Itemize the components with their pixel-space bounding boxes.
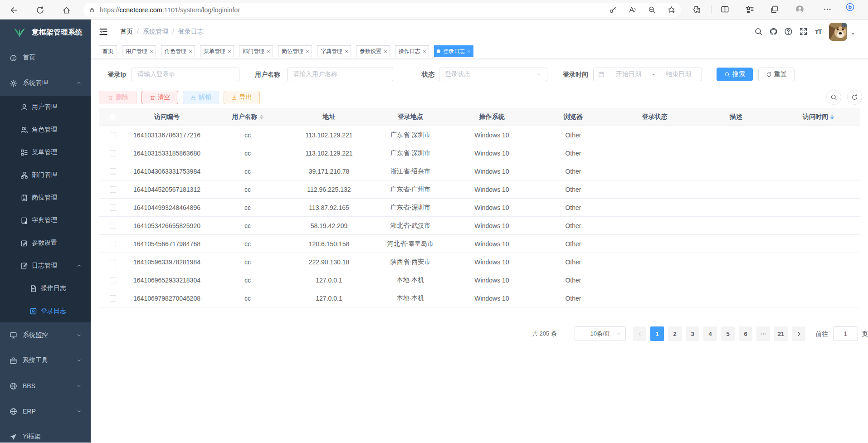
row-checkbox[interactable] [110, 241, 116, 247]
table-row[interactable]: 1641031367863177216 cc 113.102.129.221 广… [99, 126, 860, 144]
table-row[interactable]: 1641054566717984768 cc 120.6.150.158 河北省… [99, 235, 860, 253]
page-button[interactable]: 4 [703, 326, 717, 341]
sidebar-menu-item[interactable]: 首页 [0, 45, 91, 70]
tab-close-icon[interactable] [150, 49, 153, 54]
status-select[interactable]: 登录状态 [439, 68, 547, 81]
row-checkbox[interactable] [110, 223, 116, 229]
tab[interactable]: 角色管理 [161, 45, 195, 57]
copilot-bing-icon[interactable]: b [846, 3, 854, 11]
breadcrumb-item[interactable]: 登录日志 [178, 28, 204, 35]
sidebar-menu-item[interactable]: 岗位管理 [0, 186, 91, 209]
sidebar-menu-item[interactable]: 部门管理 [0, 164, 91, 186]
page-button[interactable]: 2 [668, 326, 682, 341]
breadcrumb-item[interactable]: 系统管理 [143, 28, 178, 35]
table-row[interactable]: 1641044993248464896 cc 113.87.92.165 广东省… [99, 199, 860, 217]
sidebar-menu-item[interactable]: 系统监控 [0, 322, 91, 348]
page-button[interactable]: 6 [739, 326, 752, 341]
github-icon[interactable] [769, 27, 778, 36]
tab[interactable]: 字典管理 [317, 45, 351, 57]
help-icon[interactable] [784, 27, 793, 36]
breadcrumb-item[interactable]: 首页 [120, 28, 143, 35]
extensions-icon[interactable] [692, 5, 701, 14]
sidebar-menu-item[interactable]: 角色管理 [0, 118, 91, 141]
sidebar-menu-item[interactable]: Yi框架 [0, 424, 91, 443]
table-header-cell[interactable]: 描述 [695, 108, 777, 126]
table-row[interactable]: 1641031533185863680 cc 113.102.129.221 广… [99, 144, 860, 162]
page-size-select[interactable]: 10条/页 [575, 326, 626, 341]
browser-reload-icon[interactable] [34, 5, 45, 15]
row-checkbox[interactable] [110, 295, 116, 302]
tab-close-icon[interactable] [423, 49, 426, 54]
user-name-input[interactable]: 请输入用户名称 [287, 68, 393, 81]
password-key-icon[interactable] [609, 6, 617, 14]
table-header-cell[interactable]: 用户名称 [207, 108, 288, 126]
row-checkbox[interactable] [110, 168, 116, 175]
sidebar-menu-item[interactable]: 字典管理 [0, 209, 91, 232]
goto-page-input[interactable]: 1 [833, 326, 858, 341]
table-header-cell[interactable]: 操作系统 [451, 108, 532, 126]
login-ip-input[interactable]: 请输入登录Ip [132, 68, 239, 81]
table-row[interactable]: 1641069652933218304 cc 127.0.0.1 本地-本机 W… [99, 271, 860, 289]
delete-button[interactable]: 删除 [99, 91, 137, 104]
tab[interactable]: 登录日志 [434, 45, 473, 57]
tab[interactable]: 部门管理 [239, 45, 273, 57]
row-checkbox[interactable] [110, 132, 116, 138]
read-aloud-icon[interactable] [629, 6, 636, 14]
table-header-cell[interactable]: 访问时间 [777, 108, 860, 126]
date-range-input[interactable]: 开始日期 - 结束日期 [593, 68, 702, 81]
row-checkbox[interactable] [110, 186, 116, 193]
table-row[interactable]: 1641059633978281984 cc 222.90.130.18 陕西省… [99, 253, 860, 271]
table-header-cell[interactable]: 访问编号 [127, 108, 207, 126]
page-button[interactable] [756, 326, 770, 341]
sidebar-menu-item[interactable]: 用户管理 [0, 96, 91, 118]
sidebar-menu-item[interactable]: 菜单管理 [0, 141, 91, 164]
page-button[interactable] [792, 326, 805, 341]
browser-menu-icon[interactable] [823, 5, 832, 14]
tab[interactable]: 操作日志 [395, 45, 429, 57]
tab[interactable]: 用户管理 [122, 45, 156, 57]
browser-back-icon[interactable] [8, 5, 19, 15]
collections-icon[interactable] [770, 5, 779, 14]
table-row[interactable]: 1641069798270046208 cc 127.0.0.1 本地-本机 W… [99, 289, 860, 307]
search-button[interactable]: 搜索 [717, 68, 753, 81]
tab-close-icon[interactable] [345, 49, 348, 54]
select-all-checkbox[interactable] [110, 114, 116, 120]
sidebar-menu-item[interactable]: 系统工具 [0, 348, 91, 373]
font-size-icon[interactable]: тT [815, 28, 822, 35]
table-refresh-button[interactable] [847, 90, 862, 105]
row-checkbox[interactable] [110, 277, 116, 283]
table-header-cell[interactable]: 地址 [288, 108, 370, 126]
export-button[interactable]: 导出 [224, 91, 260, 104]
url-text[interactable]: https://ccnetcore.com:1101/system/log/lo… [100, 6, 597, 14]
sidebar-menu-item[interactable]: 系统管理 [0, 70, 91, 96]
table-header-cell[interactable]: 登录状态 [614, 108, 695, 126]
page-button[interactable]: 3 [686, 326, 699, 341]
page-button[interactable]: 21 [774, 326, 788, 341]
tab[interactable]: 首页 [99, 45, 117, 57]
tab[interactable]: 参数设置 [356, 45, 390, 57]
page-button[interactable] [633, 326, 646, 341]
favorites-list-icon[interactable] [746, 5, 754, 14]
row-checkbox[interactable] [110, 259, 116, 265]
reset-button[interactable]: 重置 [758, 68, 795, 81]
hamburger-icon[interactable] [98, 27, 108, 37]
tab-close-icon[interactable] [189, 49, 192, 54]
tab[interactable]: 岗位管理 [278, 45, 312, 57]
sidebar-menu-item[interactable]: 操作日志 [0, 277, 91, 300]
table-search-toggle-button[interactable] [826, 90, 841, 105]
split-screen-icon[interactable] [721, 5, 729, 14]
row-checkbox[interactable] [110, 204, 116, 211]
table-header-cell[interactable]: 浏览器 [532, 108, 614, 126]
browser-home-icon[interactable] [61, 5, 72, 15]
tab-close-icon[interactable] [267, 49, 270, 54]
tab-close-icon[interactable] [467, 49, 471, 54]
fullscreen-icon[interactable] [799, 27, 808, 36]
sidebar-menu-item[interactable]: BBS [0, 373, 91, 399]
sort-caret-icon[interactable] [260, 113, 263, 121]
sort-caret-icon[interactable] [830, 113, 834, 121]
tab-close-icon[interactable] [306, 49, 309, 54]
table-row[interactable]: 1641053426655825920 cc 58.19.42.209 湖北省-… [99, 217, 860, 235]
sidebar-menu-item[interactable]: 参数设置 [0, 232, 91, 254]
avatar[interactable] [829, 23, 847, 41]
date-end-placeholder[interactable]: 结束日期 [663, 70, 694, 78]
